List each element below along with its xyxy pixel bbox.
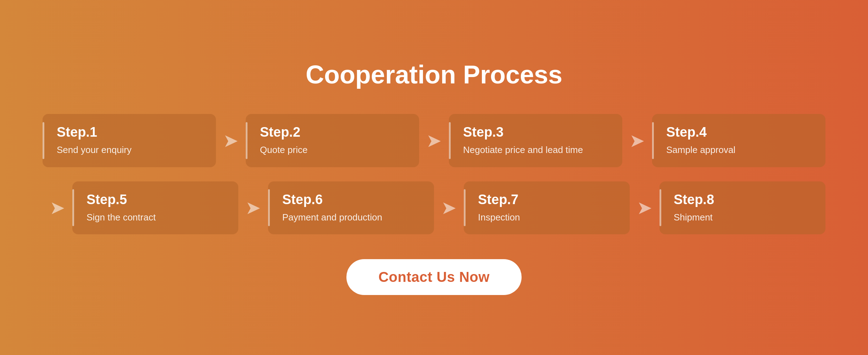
step-2-label: Step.2 — [260, 125, 405, 140]
page-title: Cooperation Process — [306, 60, 562, 89]
step-4-desc: Sample approval — [666, 143, 811, 156]
page-wrapper: Cooperation Process Step.1 Send your enq… — [0, 0, 868, 355]
step-6-desc: Payment and production — [282, 211, 420, 224]
step-7-label: Step.7 — [478, 192, 616, 207]
step-1-desc: Send your enquiry — [57, 143, 202, 156]
step-card-4: Step.4 Sample approval — [652, 114, 825, 167]
step-8-label: Step.8 — [674, 192, 811, 207]
steps-container: Step.1 Send your enquiry ➤ Step.2 Quote … — [43, 114, 825, 234]
contact-us-button[interactable]: Contact Us Now — [346, 259, 522, 295]
step-1-label: Step.1 — [57, 125, 202, 140]
step-card-7: Step.7 Inspection — [464, 181, 630, 234]
step-5-desc: Sign the contract — [87, 211, 224, 224]
arrow-5: ➤ — [245, 197, 261, 218]
step-3-label: Step.3 — [463, 125, 608, 140]
step-3-desc: Negotiate price and lead time — [463, 143, 608, 156]
arrow-6: ➤ — [441, 197, 457, 218]
step-6-label: Step.6 — [282, 192, 420, 207]
step-8-desc: Shipment — [674, 211, 811, 224]
step-card-8: Step.8 Shipment — [660, 181, 825, 234]
step-card-1: Step.1 Send your enquiry — [43, 114, 216, 167]
arrow-7: ➤ — [637, 197, 652, 218]
steps-row-2: ➤ Step.5 Sign the contract ➤ Step.6 Paym… — [43, 181, 825, 234]
arrow-2: ➤ — [426, 130, 442, 151]
steps-row-1: Step.1 Send your enquiry ➤ Step.2 Quote … — [43, 114, 825, 167]
step-card-2: Step.2 Quote price — [246, 114, 419, 167]
step-card-6: Step.6 Payment and production — [268, 181, 434, 234]
step-4-label: Step.4 — [666, 125, 811, 140]
step-card-5: Step.5 Sign the contract — [72, 181, 238, 234]
arrow-3: ➤ — [629, 130, 645, 151]
step-2-desc: Quote price — [260, 143, 405, 156]
step-card-3: Step.3 Negotiate price and lead time — [449, 114, 622, 167]
step-7-desc: Inspection — [478, 211, 616, 224]
step-5-label: Step.5 — [87, 192, 224, 207]
arrow-1: ➤ — [223, 130, 239, 151]
arrow-leading: ➤ — [50, 197, 65, 218]
